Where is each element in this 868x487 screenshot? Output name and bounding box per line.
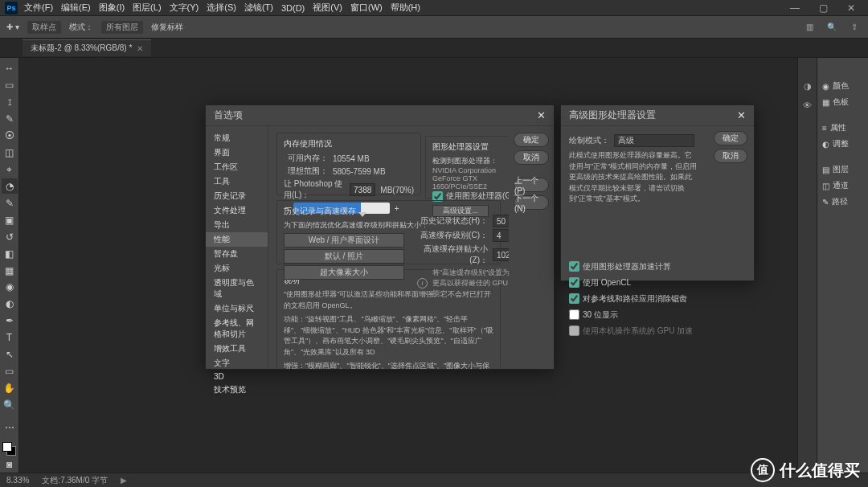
- dodge-tool[interactable]: ◐: [2, 297, 18, 312]
- menu-file[interactable]: 文件(F): [24, 2, 53, 14]
- doc-tab-title: 未标题-2 @ 8.33%(RGB/8) *: [31, 43, 132, 54]
- panel-channels[interactable]: ◫通道: [817, 178, 868, 193]
- adv-check-gpucompute[interactable]: 使用图形处理器加速计算: [569, 261, 746, 272]
- menu-filter[interactable]: 滤镜(T): [244, 2, 273, 14]
- menu-view[interactable]: 视图(V): [313, 2, 342, 14]
- mem-use-input[interactable]: 7388: [350, 183, 375, 196]
- menu-type[interactable]: 文字(Y): [170, 2, 199, 14]
- opacity-label[interactable]: 修复标样: [151, 22, 183, 33]
- menu-help[interactable]: 帮助(H): [391, 2, 420, 14]
- adv-check-opencl[interactable]: 使用 OpenCL: [569, 277, 746, 289]
- hist-btn-huge[interactable]: 超大像素大小: [284, 265, 404, 280]
- more-tools[interactable]: ⋯: [2, 420, 18, 436]
- gpu-section-title: 图形处理器设置: [432, 141, 509, 153]
- search-icon[interactable]: 🔍: [825, 20, 839, 35]
- lasso-tool[interactable]: ⟟: [2, 95, 18, 110]
- panel-properties[interactable]: ≡属性: [817, 121, 868, 135]
- adv-mode-select[interactable]: 高级: [614, 134, 694, 147]
- side-guides[interactable]: 参考线、网格和切片: [206, 316, 268, 342]
- zoom-value[interactable]: 8.33%: [6, 476, 29, 485]
- panel-swatches[interactable]: ▦色板: [817, 95, 868, 109]
- side-history[interactable]: 历史记录: [206, 189, 268, 203]
- menu-image[interactable]: 图象(I): [99, 2, 125, 14]
- eyedropper-tool[interactable]: ⌖: [2, 162, 18, 178]
- mode-select[interactable]: 所有图层: [101, 21, 143, 34]
- menu-3d[interactable]: 3D(D): [281, 3, 305, 13]
- hist-btn-web[interactable]: Web / 用户界面设计: [284, 233, 404, 248]
- tool-preset[interactable]: ✚ ▾: [6, 23, 19, 31]
- prev-button[interactable]: 上一个(P): [514, 178, 549, 192]
- minimize-icon[interactable]: —: [790, 2, 800, 14]
- dialog-titlebar[interactable]: 首选项 ✕: [206, 105, 554, 126]
- menu-window[interactable]: 窗口(W): [350, 2, 383, 14]
- type-tool[interactable]: T: [2, 330, 18, 346]
- adv-ok-button[interactable]: 确定: [714, 131, 747, 145]
- crop-tool[interactable]: ⦿: [2, 129, 18, 144]
- maximize-icon[interactable]: ▢: [819, 2, 828, 14]
- color-panel-icon[interactable]: ◑: [800, 79, 815, 93]
- side-cursors[interactable]: 光标: [206, 261, 268, 276]
- frame-tool[interactable]: ◫: [2, 145, 18, 161]
- eraser-tool[interactable]: ◧: [2, 246, 18, 261]
- gradient-tool[interactable]: ▦: [2, 263, 18, 278]
- side-plugins[interactable]: 增效工具: [206, 342, 268, 356]
- adv-dialog-titlebar[interactable]: 高级图形处理器设置 ✕: [561, 105, 754, 126]
- adv-dialog-close-icon[interactable]: ✕: [737, 109, 746, 121]
- hand-tool[interactable]: ✋: [2, 381, 18, 396]
- doc-tab[interactable]: 未标题-2 @ 8.33%(RGB/8) * ✕: [23, 39, 151, 56]
- blur-tool[interactable]: ◉: [2, 280, 18, 295]
- menu-edit[interactable]: 编辑(E): [61, 2, 91, 14]
- panel-adjustments[interactable]: ◐调整: [817, 137, 868, 151]
- side-transparency[interactable]: 透明度与色域: [206, 276, 268, 301]
- doc-info[interactable]: 文档:7.36M/0 字节: [42, 475, 108, 486]
- side-scratch[interactable]: 暂存盘: [206, 247, 268, 261]
- tile-size-input[interactable]: 1024K: [493, 248, 509, 261]
- zoom-tool[interactable]: 🔍: [2, 397, 18, 412]
- side-interface[interactable]: 界面: [206, 145, 268, 160]
- menu-select[interactable]: 选择(S): [207, 2, 236, 14]
- workspace-switch-icon[interactable]: ▥: [802, 20, 817, 35]
- close-icon[interactable]: ✕: [847, 2, 855, 14]
- move-tool[interactable]: ↔: [2, 61, 18, 76]
- side-units[interactable]: 单位与标尺: [206, 301, 268, 316]
- panel-layers[interactable]: ▤图层: [817, 162, 868, 177]
- menu-layer[interactable]: 图层(L): [133, 2, 161, 14]
- shape-tool[interactable]: ▭: [2, 364, 18, 379]
- ok-button[interactable]: 确定: [514, 133, 549, 147]
- cancel-button[interactable]: 取消: [514, 150, 549, 165]
- color-swatch[interactable]: [2, 442, 17, 456]
- pen-tool[interactable]: ✒: [2, 313, 18, 329]
- side-3d[interactable]: 3D: [206, 370, 268, 383]
- side-techpreview[interactable]: 技术预览: [206, 383, 268, 397]
- adv-cancel-button[interactable]: 取消: [714, 149, 747, 163]
- path-tool[interactable]: ↖: [2, 347, 18, 362]
- side-type[interactable]: 文字: [206, 356, 268, 370]
- side-workspace[interactable]: 工作区: [206, 160, 268, 174]
- eye-panel-icon[interactable]: 👁: [800, 98, 815, 113]
- dialog-close-icon[interactable]: ✕: [537, 109, 546, 121]
- opt-sample-point[interactable]: 取样点: [27, 21, 61, 34]
- share-icon[interactable]: ⇪: [847, 20, 862, 35]
- panel-paths[interactable]: ✎路径: [817, 194, 868, 209]
- side-tools[interactable]: 工具: [206, 174, 268, 189]
- history-brush-tool[interactable]: ↺: [2, 229, 18, 244]
- stamp-tool[interactable]: ▣: [2, 212, 18, 227]
- side-general[interactable]: 常规: [206, 131, 268, 145]
- healing-tool[interactable]: ◔: [2, 178, 18, 194]
- hist-btn-default[interactable]: 默认 / 照片: [284, 249, 404, 264]
- adv-check-30bit[interactable]: 30 位显示: [569, 309, 746, 321]
- cache-levels-input[interactable]: 4: [493, 229, 509, 242]
- hist-states-input[interactable]: 50: [493, 215, 509, 227]
- side-export[interactable]: 导出: [206, 218, 268, 232]
- brush-tool[interactable]: ✎: [2, 195, 18, 211]
- next-button[interactable]: 下一个(N): [514, 195, 549, 210]
- adv-check-antialias[interactable]: 对参考线和路径应用消除锯齿: [569, 293, 746, 305]
- side-filehandling[interactable]: 文件处理: [206, 203, 268, 218]
- doc-tab-close-icon[interactable]: ✕: [137, 44, 143, 53]
- panel-color[interactable]: ◉颜色: [817, 79, 868, 93]
- side-performance[interactable]: 性能: [206, 232, 268, 247]
- quickmask-tool[interactable]: ◙: [2, 457, 18, 473]
- status-arrow-icon[interactable]: ▶: [121, 476, 127, 485]
- quickselect-tool[interactable]: ✎: [2, 112, 18, 127]
- marquee-tool[interactable]: ▭: [2, 78, 18, 93]
